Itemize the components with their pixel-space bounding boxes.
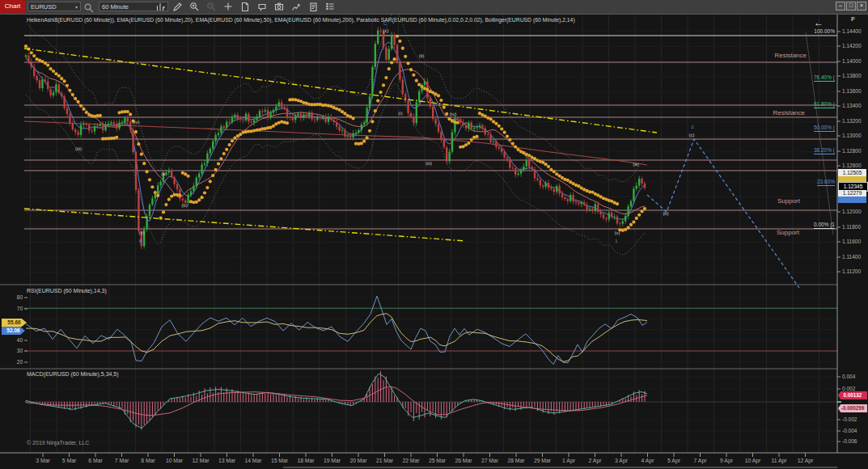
close-button[interactable]: ×: [857, 2, 866, 11]
chart-plot[interactable]: [0, 0, 868, 469]
trend-icon[interactable]: [288, 1, 305, 13]
alerts-icon[interactable]: [254, 1, 271, 13]
interval-value: 60 Minute: [102, 3, 129, 11]
snapshot-icon[interactable]: [271, 1, 288, 13]
crosshair-icon[interactable]: [220, 1, 237, 13]
copyright-text: © 2019 NinjaTrader, LLC: [27, 440, 89, 446]
instrument-value: EURUSD: [31, 3, 57, 11]
draw-icon[interactable]: [169, 1, 186, 13]
report-icon[interactable]: [305, 1, 322, 13]
window-controls: –□×: [836, 2, 866, 11]
left-arrow-icon: ←: [814, 17, 824, 28]
zoom-out-icon[interactable]: [203, 1, 220, 13]
restore-button[interactable]: □: [846, 2, 856, 11]
instrument-selector[interactable]: EURUSD ▾: [28, 2, 81, 11]
focus-indicator: F: [851, 15, 855, 23]
chart-style-icon[interactable]: [152, 1, 169, 13]
ninjatrader-chart-window: Chart EURUSD ▾ 60 Minute ▾ –□× 1.144001.…: [0, 0, 868, 469]
titlebar: Chart EURUSD ▾ 60 Minute ▾ –□×: [0, 0, 868, 15]
chevron-down-icon: ▾: [75, 4, 78, 10]
zoom-in-icon[interactable]: [186, 1, 203, 13]
toolbar-icons: [152, 1, 339, 13]
indicator-bar: HeikenAshi8(EURUSD (60 Minute)), EMA(EUR…: [27, 17, 544, 23]
minimize-button[interactable]: –: [836, 2, 845, 11]
rsi-panel-label: RSI(EURUSD (60 Minute),14,3): [27, 288, 107, 294]
macd-panel-label: MACD(EURUSD (60 Minute),5,34,5): [27, 371, 119, 377]
properties-icon[interactable]: [322, 1, 339, 13]
chart-tab[interactable]: Chart: [0, 0, 25, 13]
new-order-icon[interactable]: [237, 1, 254, 13]
search-icon[interactable]: [83, 2, 95, 12]
chart-area: 1.144001.142001.140001.138001.136001.134…: [0, 15, 868, 469]
